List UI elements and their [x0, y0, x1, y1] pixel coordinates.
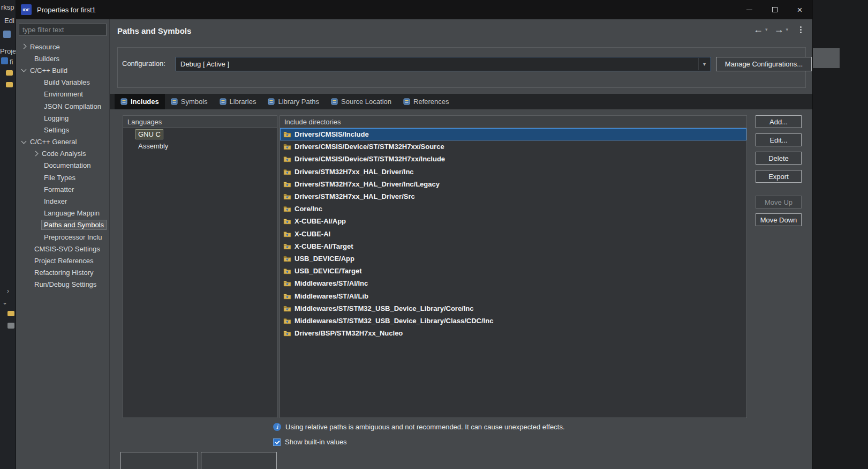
sidebar-tree-item[interactable]: Run/Debug Settings [16, 279, 109, 291]
configuration-value: Debug [ Active ] [180, 60, 229, 68]
sidebar-tree-item[interactable]: Formatter [16, 183, 109, 195]
view-menu-icon[interactable] [799, 25, 803, 34]
sidebar-tree-item[interactable]: Project References [16, 255, 109, 266]
include-directory-row[interactable]: Middlewares/ST/STM32_USB_Device_Library/… [280, 302, 746, 315]
include-directory-row[interactable]: Middlewares/ST/STM32_USB_Device_Library/… [280, 315, 746, 327]
sidebar-tree-item[interactable]: Resource [16, 41, 109, 53]
chevron-down-icon[interactable]: ▾ [698, 58, 710, 70]
sidebar-tree-item[interactable]: Builders [16, 53, 109, 64]
include-directory-row[interactable]: Drivers/CMSIS/Include [280, 128, 746, 140]
back-icon[interactable]: ← [753, 25, 763, 34]
sidebar-tree-item[interactable]: CMSIS-SVD Settings [16, 243, 109, 255]
forward-dropdown-icon[interactable]: ▾ [786, 27, 788, 32]
tree-item-label: File Types [42, 173, 78, 182]
sidebar-tree-item[interactable]: Documentation [16, 160, 109, 172]
filter-input[interactable] [19, 24, 107, 36]
add-button[interactable]: Add... [756, 115, 802, 128]
tree-expander-icon[interactable] [32, 150, 40, 158]
include-directory-row[interactable]: X-CUBE-AI [280, 228, 746, 240]
include-directory-row[interactable]: X-CUBE-AI/Target [280, 240, 746, 252]
app-icon: IDE [21, 4, 32, 15]
sidebar-tree-item[interactable]: Preprocessor Inclu [16, 231, 109, 243]
sidebar-tree-item[interactable]: Code Analysis [16, 148, 109, 160]
tree-expander-icon[interactable] [34, 114, 42, 122]
include-directory-label: USB_DEVICE/App [295, 255, 354, 263]
dialog-titlebar[interactable]: IDE Properties for first1 × [16, 0, 812, 19]
tree-expander-icon[interactable] [25, 269, 32, 277]
bottom-partial-button-2[interactable] [201, 452, 277, 469]
include-directory-row[interactable]: Drivers/STM32H7xx_HAL_Driver/Inc/Legacy [280, 178, 746, 190]
include-directory-row[interactable]: Drivers/CMSIS/Device/ST/STM32H7xx/Source [280, 140, 746, 153]
language-item[interactable]: GNU C [123, 128, 277, 140]
tree-expander-icon[interactable] [34, 185, 42, 193]
maximize-button[interactable] [762, 0, 787, 19]
tree-expander-icon[interactable] [34, 198, 42, 205]
tree-expander-icon[interactable] [25, 245, 32, 252]
tab[interactable]: Libraries [214, 94, 262, 109]
tab-icon [403, 98, 410, 105]
tree-expander-icon[interactable] [34, 233, 42, 241]
close-button[interactable]: × [787, 0, 812, 19]
sidebar-tree-item[interactable]: File Types [16, 172, 109, 183]
language-item[interactable]: Assembly [123, 140, 277, 152]
tree-expander-icon[interactable] [34, 91, 42, 98]
tab[interactable]: Source Location [325, 94, 397, 109]
tree-expander-icon[interactable] [25, 55, 32, 62]
include-directory-row[interactable]: Core/Inc [280, 203, 746, 215]
tree-expander-icon[interactable] [20, 138, 28, 146]
background-text: rksp [1, 3, 14, 11]
tab[interactable]: Includes [115, 94, 165, 109]
tab-label: Source Location [341, 98, 391, 106]
tree-item-label: CMSIS-SVD Settings [32, 244, 102, 254]
tree-expander-icon[interactable] [25, 257, 32, 264]
sidebar-tree-item[interactable]: Environment [16, 88, 109, 100]
include-directory-row[interactable]: Drivers/STM32H7xx_HAL_Driver/Src [280, 190, 746, 203]
sidebar-tree-item[interactable]: Language Mappin [16, 207, 109, 219]
sidebar-tree-item[interactable]: Settings [16, 124, 109, 136]
configuration-select[interactable]: Debug [ Active ] ▾ [176, 57, 711, 71]
tree-expander-icon[interactable] [34, 126, 42, 133]
forward-icon[interactable]: → [774, 25, 783, 34]
tab[interactable]: Library Paths [262, 94, 325, 109]
move-down-button[interactable]: Move Down [756, 213, 802, 226]
sidebar-tree-item[interactable]: JSON Compilation [16, 100, 109, 112]
tree-expander-icon[interactable] [34, 162, 42, 169]
include-directory-row[interactable]: Middlewares/ST/AI/Lib [280, 289, 746, 302]
tree-expander-icon[interactable] [34, 210, 42, 217]
move-up-button[interactable]: Move Up [756, 196, 802, 209]
sidebar-tree-item[interactable]: C/C++ Build [16, 64, 109, 76]
tree-expander-icon[interactable] [34, 221, 42, 229]
bottom-partial-button-1[interactable] [120, 452, 198, 469]
include-directory-row[interactable]: Drivers/BSP/STM32H7xx_Nucleo [280, 327, 746, 339]
minimize-button[interactable] [737, 0, 762, 19]
tree-expander-icon[interactable] [34, 102, 42, 110]
include-directory-label: X-CUBE-AI/App [295, 217, 346, 225]
include-folder-icon [283, 243, 291, 250]
tree-expander-icon[interactable] [20, 43, 28, 50]
include-directory-row[interactable]: USB_DEVICE/Target [280, 265, 746, 277]
edit-button[interactable]: Edit... [756, 133, 802, 146]
tab[interactable]: References [397, 94, 455, 109]
sidebar-tree-item[interactable]: Refactoring History [16, 267, 109, 279]
tree-expander-icon[interactable] [34, 79, 42, 86]
export-button[interactable]: Export [756, 170, 802, 183]
tree-expander-icon[interactable] [20, 66, 28, 74]
include-directory-row[interactable]: Drivers/CMSIS/Device/ST/STM32H7xx/Includ… [280, 153, 746, 165]
sidebar-tree-item[interactable]: C/C++ General [16, 136, 109, 148]
include-directory-row[interactable]: Drivers/STM32H7xx_HAL_Driver/Inc [280, 166, 746, 178]
sidebar-tree-item[interactable]: Logging [16, 112, 109, 124]
include-directory-row[interactable]: X-CUBE-AI/App [280, 215, 746, 227]
include-directory-row[interactable]: USB_DEVICE/App [280, 252, 746, 265]
tree-item-label: Run/Debug Settings [32, 280, 99, 289]
sidebar-tree-item[interactable]: Paths and Symbols [16, 219, 109, 231]
tab[interactable]: Symbols [165, 94, 214, 109]
tree-expander-icon[interactable] [34, 174, 42, 181]
show-built-in-values-checkbox[interactable] [273, 438, 281, 446]
back-dropdown-icon[interactable]: ▾ [765, 27, 768, 32]
sidebar-tree-item[interactable]: Build Variables [16, 77, 109, 88]
manage-configurations-button[interactable]: Manage Configurations... [716, 57, 812, 71]
delete-button[interactable]: Delete [756, 152, 802, 165]
tree-expander-icon[interactable] [25, 281, 32, 288]
sidebar-tree-item[interactable]: Indexer [16, 195, 109, 207]
include-directory-row[interactable]: Middlewares/ST/AI/Inc [280, 277, 746, 289]
